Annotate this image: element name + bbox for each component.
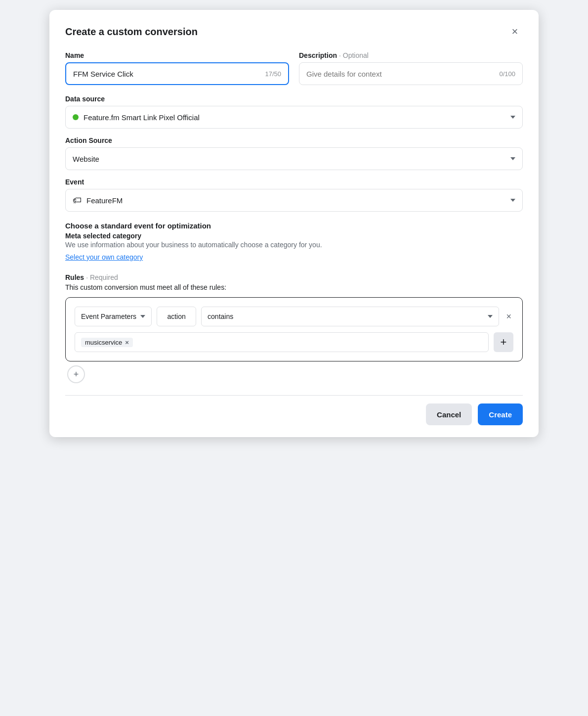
event-select[interactable]: 🏷 FeatureFM (65, 189, 523, 212)
close-button[interactable]: × (507, 24, 523, 40)
add-icon: + (501, 336, 507, 349)
rules-box: Event Parameters action contains × (65, 297, 523, 361)
close-icon: × (512, 26, 518, 37)
event-group: Event 🏷 FeatureFM (65, 178, 523, 212)
name-field-group: Name 17/50 (65, 51, 289, 85)
data-source-select-left: Feature.fm Smart Link Pixel Official (73, 113, 200, 122)
create-conversion-modal: Create a custom conversion × Name 17/50 … (49, 10, 539, 437)
action-source-group: Action Source Website (65, 136, 523, 170)
rules-label: Rules (65, 273, 84, 281)
event-parameters-select[interactable]: Event Parameters (75, 307, 152, 326)
rules-section: Rules · Required This custom conversion … (65, 273, 523, 383)
create-button[interactable]: Create (478, 403, 523, 425)
tag-icon: 🏷 (73, 195, 82, 206)
event-label: Event (65, 178, 523, 186)
action-source-select-left: Website (73, 155, 99, 163)
data-source-group: Data source Feature.fm Smart Link Pixel … (65, 95, 523, 129)
cancel-button[interactable]: Cancel (426, 403, 472, 425)
tag-input-area[interactable]: musicservice × (75, 332, 489, 352)
name-label-row: Name (65, 51, 289, 59)
optimization-subtitle: Meta selected category (65, 232, 523, 240)
add-another-rule-button[interactable]: + (67, 365, 85, 383)
event-value: FeatureFM (86, 196, 123, 205)
tag-chip-musicservice: musicservice × (81, 338, 133, 347)
rules-description: This custom conversion must meet all of … (65, 283, 523, 291)
description-field-group: Description · Optional 0/100 (299, 51, 523, 85)
tag-chip-value: musicservice (85, 339, 122, 346)
rules-label-row: Rules · Required (65, 273, 523, 281)
select-category-link[interactable]: Select your own category (65, 253, 143, 261)
modal-footer: Cancel Create (65, 395, 523, 425)
optimization-title: Choose a standard event for optimization (65, 222, 523, 230)
contains-label: contains (208, 313, 233, 320)
remove-tag-button[interactable]: × (125, 339, 129, 346)
name-description-row: Name 17/50 Description · Optional 0/100 (65, 51, 523, 85)
data-source-value: Feature.fm Smart Link Pixel Official (84, 113, 200, 122)
optimization-desc: We use information about your business t… (65, 241, 523, 249)
data-source-label: Data source (65, 95, 523, 103)
description-char-count: 0/100 (499, 70, 515, 78)
modal-header: Create a custom conversion × (65, 24, 523, 40)
description-optional-label: · Optional (339, 51, 369, 59)
event-params-chevron-icon (140, 315, 145, 318)
name-input-wrapper[interactable]: 17/50 (65, 62, 289, 85)
rules-condition-row: Event Parameters action contains × (75, 307, 513, 326)
name-label: Name (65, 51, 84, 59)
event-chevron-icon (510, 199, 515, 202)
optimization-section: Choose a standard event for optimization… (65, 222, 523, 262)
add-rule-button[interactable]: + (494, 332, 513, 352)
description-input[interactable] (306, 70, 495, 78)
name-input[interactable] (73, 70, 261, 78)
action-source-chevron-icon (510, 157, 515, 160)
modal-title: Create a custom conversion (65, 26, 198, 38)
data-source-select[interactable]: Feature.fm Smart Link Pixel Official (65, 106, 523, 129)
green-dot-icon (73, 114, 79, 120)
name-char-count: 17/50 (265, 70, 281, 78)
action-source-select[interactable]: Website (65, 147, 523, 170)
action-source-label: Action Source (65, 136, 523, 144)
rule-action-value: action (157, 307, 196, 326)
action-source-value: Website (73, 155, 99, 163)
event-select-left: 🏷 FeatureFM (73, 195, 123, 206)
remove-rule-icon: × (506, 312, 511, 322)
tag-input-row: musicservice × + (75, 332, 513, 352)
description-label-row: Description · Optional (299, 51, 523, 59)
contains-chevron-icon (488, 315, 493, 318)
event-parameters-label: Event Parameters (81, 313, 136, 320)
description-input-wrapper[interactable]: 0/100 (299, 62, 523, 85)
remove-rule-button[interactable]: × (504, 310, 513, 324)
rules-required-label: · Required (86, 273, 118, 281)
contains-select[interactable]: contains (201, 307, 499, 326)
add-rule-plus-icon: + (74, 369, 79, 380)
data-source-chevron-icon (510, 116, 515, 119)
description-label: Description (299, 51, 337, 59)
